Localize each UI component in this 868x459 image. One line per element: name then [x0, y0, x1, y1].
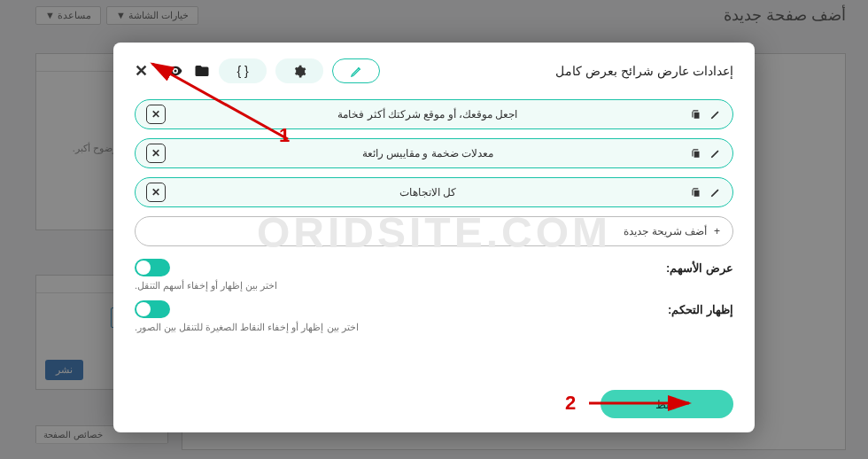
- slide-text: معدلات ضخمة و مقاييس رائعة: [174, 147, 681, 159]
- delete-slide-button[interactable]: ✕: [146, 183, 166, 202]
- slide-row: معدلات ضخمة و مقاييس رائعة ✕: [135, 138, 733, 168]
- pencil-button[interactable]: [332, 58, 380, 83]
- edit-icon[interactable]: [709, 186, 722, 198]
- folder-icon[interactable]: [194, 63, 210, 79]
- modal-title: إعدادات عارض شرائح بعرض كامل: [555, 64, 733, 78]
- copy-icon[interactable]: [690, 186, 702, 198]
- save-button[interactable]: حفظ: [601, 390, 733, 418]
- slide-row: اجعل موقعك، أو موقع شركتك أكثر فخامة ✕: [135, 99, 733, 129]
- plus-icon: +: [714, 225, 720, 237]
- eye-icon[interactable]: [167, 63, 183, 79]
- edit-icon[interactable]: [709, 108, 722, 121]
- modal-footer: حفظ: [135, 381, 733, 432]
- option-controls-desc: اختر بين إظهار أو إخفاء النقاط الصغيرة ل…: [135, 322, 733, 333]
- delete-slide-button[interactable]: ✕: [146, 105, 166, 124]
- gear-button[interactable]: [275, 58, 323, 83]
- modal-header: إعدادات عارض شرائح بعرض كامل ✕ { }: [135, 58, 733, 83]
- option-controls-label: إظهار التحكم:: [668, 303, 733, 316]
- toggle-controls[interactable]: [135, 300, 170, 318]
- toggle-arrows[interactable]: [135, 259, 170, 276]
- annotation-label-2: 2: [565, 392, 576, 415]
- copy-icon[interactable]: [690, 108, 702, 121]
- copy-icon[interactable]: [690, 147, 702, 159]
- modal-toolbar: ✕ { }: [135, 58, 380, 83]
- add-slide-button[interactable]: + أضف شريحة جديدة: [135, 216, 733, 246]
- delete-slide-button[interactable]: ✕: [146, 144, 166, 163]
- option-show-controls: إظهار التحكم: اختر بين إظهار أو إخفاء ال…: [135, 300, 733, 333]
- add-slide-label: أضف شريحة جديدة: [624, 225, 707, 237]
- slide-row: كل الاتجاهات ✕: [135, 177, 733, 207]
- close-button[interactable]: ✕: [135, 61, 148, 81]
- slide-text: اجعل موقعك، أو موقع شركتك أكثر فخامة: [174, 108, 681, 121]
- option-arrows-label: عرض الأسهم:: [666, 261, 733, 275]
- braces-button[interactable]: { }: [219, 58, 267, 83]
- edit-icon[interactable]: [709, 147, 722, 159]
- option-arrows-desc: اختر بين إظهار أو إخفاء أسهم التنقل.: [135, 280, 733, 292]
- option-show-arrows: عرض الأسهم: اختر بين إظهار أو إخفاء أسهم…: [135, 259, 733, 292]
- slider-settings-modal: ORIDSITE.COM إعدادات عارض شرائح بعرض كام…: [113, 43, 755, 432]
- annotation-label-1: 1: [279, 124, 290, 147]
- slide-text: كل الاتجاهات: [174, 186, 681, 198]
